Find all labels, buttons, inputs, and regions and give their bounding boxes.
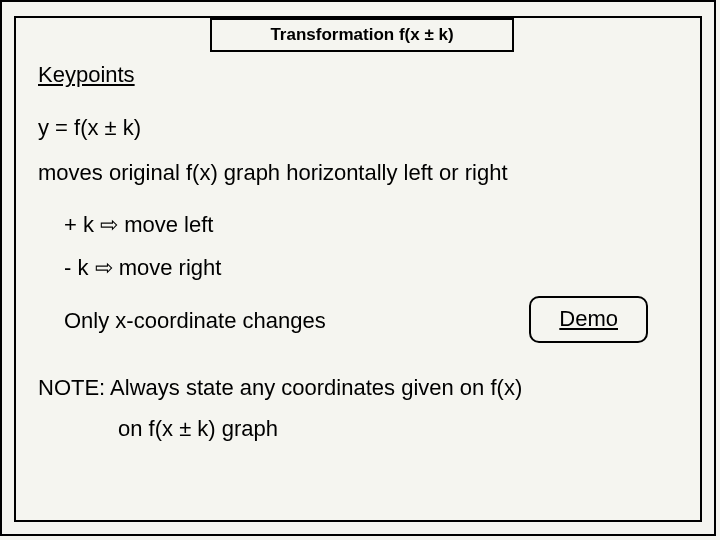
equation-text: y = f(x ± k) — [38, 113, 688, 144]
keypoints-heading: Keypoints — [38, 60, 688, 91]
description-text: moves original f(x) graph horizontally l… — [38, 158, 688, 189]
slide-title: Transformation f(x ± k) — [270, 25, 453, 45]
only-coordinate-text: Only x-coordinate changes — [64, 296, 326, 337]
demo-button[interactable]: Demo — [529, 296, 648, 343]
slide-title-box: Transformation f(x ± k) — [210, 18, 514, 52]
rule-minus-k: - k ⇨ move right — [64, 253, 688, 284]
note-line-2: on f(x ± k) graph — [118, 414, 688, 445]
note-line-1: NOTE: Always state any coordinates given… — [38, 373, 688, 404]
slide-content: Keypoints y = f(x ± k) moves original f(… — [38, 60, 688, 444]
rule-plus-k: + k ⇨ move left — [64, 210, 688, 241]
